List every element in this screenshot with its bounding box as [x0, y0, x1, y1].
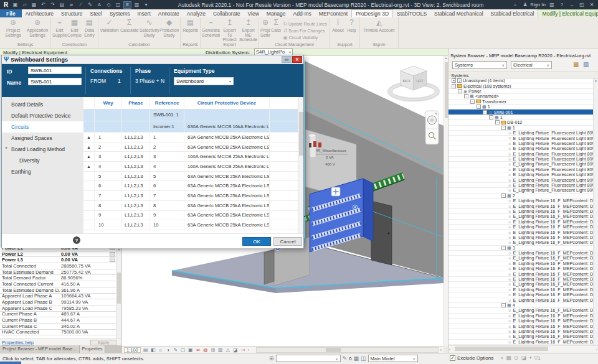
collapse-icon[interactable]: -	[501, 246, 506, 250]
table-scrollbar[interactable]	[298, 97, 303, 233]
sketchy-lines-icon[interactable]: ✎	[173, 347, 179, 353]
property-row[interactable]: Total Demand Factor86.9056%	[0, 275, 116, 281]
chevron-right-icon[interactable]: ›	[440, 348, 442, 352]
export-to-protect-button[interactable]: ↥Export To Protect	[221, 19, 239, 42]
circuit-row[interactable]: Incomer:1630A Generic MCCB 16kA Electron…	[83, 121, 303, 133]
property-row[interactable]: Power L20.00 VA	[0, 251, 116, 258]
temporary-view-properties-icon[interactable]: ▥	[217, 347, 224, 353]
property-row[interactable]: Total Estimated Demand Current361.96 A	[0, 287, 116, 294]
tree-row-e-lighting-fixture-fluorescent[interactable]: ☼E_Lighting Fixture_Fluorescent Light 80…	[448, 157, 598, 162]
tree-row-e-lighting-fixture-fluorescent[interactable]: ☼E_Lighting Fixture_Fluorescent Light 80…	[448, 141, 598, 146]
property-value[interactable]: 416.50 A	[60, 281, 116, 287]
tab-stabicad-mechanical[interactable]: Stabicad Mechanical	[430, 9, 486, 17]
property-value[interactable]: 250775.42 VA	[60, 269, 116, 275]
tab-steel[interactable]: Steel	[87, 9, 106, 17]
collapse-icon[interactable]: -	[483, 110, 487, 114]
column-header-way[interactable]: Way	[95, 97, 122, 109]
section-icon[interactable]: ◫	[114, 1, 122, 9]
view-scale-button[interactable]: 1:100	[124, 347, 141, 353]
collapse-icon[interactable]: -	[495, 120, 500, 124]
tree-row-e-lighting-fixture-fluorescent[interactable]: ☼E_Lighting Fixture_Fluorescent Light 80…	[448, 167, 598, 172]
worksets-icon[interactable]: ⊞	[269, 355, 274, 362]
export-me-schedules-button[interactable]: ↥Export ME Schedules	[239, 19, 257, 42]
data-entry-button[interactable]: ▤Data Entry	[82, 19, 97, 42]
text-icon[interactable]: A	[95, 1, 103, 9]
pen-icon[interactable]: ✎	[86, 1, 94, 9]
tree-row-1[interactable]: -▦1	[448, 115, 598, 120]
view-vertical-scrollbar[interactable]: ▲	[444, 56, 448, 346]
apply-button[interactable]: Apply	[90, 340, 116, 345]
tree-row-e-lighting-fixture-16-f-mepcon[interactable]: ☼E_Lighting Fixture 16_F_MEPcontent: Def…	[448, 324, 598, 329]
tree-row-e-lighting-fixture-16-f-mepcon[interactable]: ☼E_Lighting Fixture 16_F_MEPcontent: Def…	[448, 203, 598, 208]
tree-row-3[interactable]: -▦3	[448, 246, 598, 251]
property-value[interactable]: 489.67 A	[60, 311, 116, 317]
sidebar-item-default-protective-device[interactable]: Default Protective Device	[2, 110, 83, 121]
column-settings-icon[interactable]: ▥	[583, 61, 589, 68]
thin-lines-icon[interactable]: ≡	[123, 1, 131, 9]
circuit-row[interactable]: SWB-001: 1	[83, 110, 303, 121]
selectivity-study-button[interactable]: ∿Selectivity Study	[140, 19, 159, 42]
collapse-icon[interactable]: -	[470, 100, 475, 104]
tree-row-e-lighting-fixture-fluorescent[interactable]: ☼E_Lighting Fixture_Fluorescent Light 80…	[448, 172, 598, 177]
tree-row-e-lighting-fixture-fluorescent[interactable]: ☼E_Lighting Fixture_Fluorescent Light 80…	[448, 162, 598, 167]
scan-for-changes-button[interactable]: ↺Scan For Changes	[283, 28, 327, 34]
property-row[interactable]: HVAC Connected75000.00 VA	[0, 330, 116, 336]
navigation-bar[interactable]	[425, 111, 439, 144]
collapse-icon[interactable]: -	[458, 89, 462, 93]
about-button[interactable]: iAbout	[331, 19, 344, 42]
dialog-maximize-button[interactable]: ▭	[282, 56, 292, 63]
switchboard-side[interactable]	[363, 179, 373, 241]
worksharing-display-icon[interactable]: ⊞	[210, 347, 216, 353]
sidebar-item-board-loading-method[interactable]: ▼Board Loading Method	[2, 144, 83, 155]
property-row[interactable]: Current Phase B444.67 A	[0, 317, 116, 324]
design-options-select[interactable]: Main Model ∨	[368, 355, 418, 362]
collapse-icon[interactable]: -	[477, 105, 481, 109]
column-header-reference[interactable]: Reference	[150, 97, 184, 109]
tree-row-e-lighting-fixture-16-f-mepcon[interactable]: ☼E_Lighting Fixture 16_F_MEPcontent: Def…	[448, 282, 598, 287]
tree-row-unassigned-4-items[interactable]: +?Unassigned (4 items)	[448, 78, 598, 83]
editable-only-icon[interactable]: ✎	[343, 355, 348, 362]
tree-row-electrical-108-systems[interactable]: -Electrical (108 systems)	[448, 83, 598, 88]
equipment-type-select[interactable]: Switchboard ▾	[174, 77, 234, 85]
app-window-icon[interactable]: ▣	[11, 1, 19, 9]
discipline-filter-select[interactable]: Electrical ∨	[511, 61, 552, 69]
filter-icon[interactable]: ▽1	[534, 355, 541, 361]
circuit-row[interactable]: 8L1,L2,L3863A Generic MCCB 25kA Electron…	[83, 201, 303, 211]
tab-file[interactable]: File	[0, 9, 22, 17]
exclude-options-checkbox[interactable]: ✓	[450, 355, 455, 361]
tab-add-ins[interactable]: Add-Ins	[290, 9, 315, 17]
tree-row-e-lighting-fixture-16-f-mepcon[interactable]: ☼E_Lighting Fixture 16_F_MEPcontent: Def…	[448, 334, 598, 339]
generate-schematic-button[interactable]: ⌁Generate Schematic	[202, 19, 220, 42]
restore-icon[interactable]: ◱	[578, 1, 586, 9]
tab-mepcontent[interactable]: MEPcontent	[315, 9, 351, 17]
dark-cabinet[interactable]	[264, 250, 274, 284]
circuit-row[interactable]: 10L1,L2,L31063A Generic MCCB 25kA Electr…	[83, 220, 303, 230]
property-row[interactable]: Total Connected288560.75 VA	[0, 263, 116, 269]
property-value[interactable]: 288560.75 VA	[60, 263, 116, 269]
circuit-visibility-button[interactable]: ◉Circuit Visibility	[283, 35, 327, 40]
tree-row-e-lighting-fixture-16-f-mepcon[interactable]: ☼E_Lighting Fixture 16_F_MEPcontent: Def…	[448, 198, 598, 203]
tree-row-swb-001[interactable]: -▦SWB-001	[448, 110, 598, 114]
tab-systems[interactable]: Systems	[106, 9, 134, 17]
tab-annotate[interactable]: Annotate	[154, 9, 183, 17]
tree-row-e-lighting-fixture-16-f-mepcon[interactable]: ☼E_Lighting Fixture 16_F_MEPcontent: Def…	[448, 261, 598, 266]
sidebar-item-earthing[interactable]: Earthing	[2, 166, 83, 177]
tree-row-2[interactable]: -▦2	[448, 194, 598, 198]
tree-row-e-lighting-fixture-fluorescent[interactable]: ☼E_Lighting Fixture_Fluorescent Light 80…	[448, 131, 598, 136]
tree-row-power[interactable]: -◉Power	[448, 89, 598, 94]
tab-analyze[interactable]: Analyze	[183, 9, 209, 17]
tree-row-e-lighting-fixture-fluorescent[interactable]: ☼E_Lighting Fixture_Fluorescent Light 80…	[448, 136, 598, 141]
update-route-lines-button[interactable]: ↻Update Route Lines	[283, 21, 327, 27]
collapse-icon[interactable]: -	[452, 84, 456, 88]
show-crop-region-icon[interactable]: ▣	[187, 347, 194, 353]
select-links-icon[interactable]: ⌖	[500, 355, 503, 362]
circuit-row[interactable]: 9L1,L2,L3963A Generic MCCB 25kA Electron…	[83, 211, 303, 221]
tree-row-e-lighting-fixture-16-f-mepcon[interactable]: ☼E_Lighting Fixture 16_F_MEPcontent: Def…	[448, 287, 598, 292]
property-value[interactable]: 86.9056%	[60, 275, 116, 281]
tree-row-db-012[interactable]: -DB-012	[448, 120, 598, 125]
tree-row-4[interactable]: -▦4	[448, 303, 598, 308]
sidebar-item-diversity[interactable]: Diversity	[2, 155, 83, 166]
property-value[interactable]: 79585.23 VA	[60, 306, 116, 311]
tree-row-e-lighting-fixture-16-f-mepcon[interactable]: ☼E_Lighting Fixture 16_F_MEPcontent: Def…	[448, 214, 598, 219]
redo-icon[interactable]: ↷	[49, 1, 57, 9]
